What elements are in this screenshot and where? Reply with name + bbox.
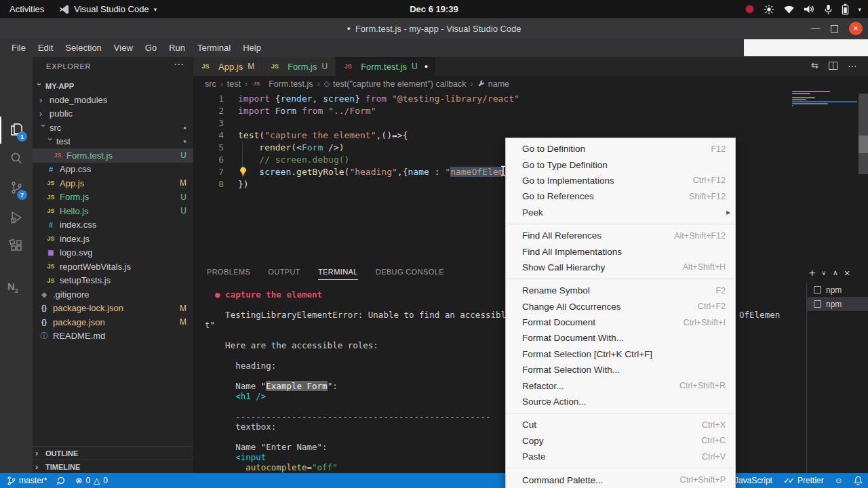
explorer-more-actions-icon[interactable]: ⋯ (174, 58, 184, 70)
tree-root-my-app[interactable]: › MY-APP (33, 79, 193, 93)
panel-tab-terminal[interactable]: TERMINAL (318, 268, 358, 280)
breadcrumb-item-test-capture-the-element-callback[interactable]: ◇test("capture the element") callback (324, 79, 467, 89)
tree-item-index-js[interactable]: JSindex.js (33, 232, 193, 246)
menu-item-label: Peek (522, 207, 726, 218)
tree-item-node-modules[interactable]: ›node_modules (33, 93, 193, 107)
tree-item-app-css[interactable]: #App.css (33, 163, 193, 177)
tree-item-index-css[interactable]: #index.css (33, 218, 193, 232)
formatter-item[interactable]: ✓✓ Prettier (783, 476, 824, 485)
menu-item-find-all-references[interactable]: Find All ReferencesAlt+Shift+F12 (506, 228, 735, 243)
feedback-smiley-icon[interactable]: ☺ (835, 476, 843, 485)
menu-item-refactor[interactable]: Refactor...Ctrl+Shift+R (506, 378, 735, 393)
close-panel-icon[interactable]: × (844, 267, 850, 279)
lightbulb-icon[interactable] (239, 167, 248, 176)
tree-item-hello-js[interactable]: JSHello.jsU (33, 204, 193, 218)
menu-item-peek[interactable]: Peek▸ (506, 205, 735, 220)
clock[interactable]: Dec 6 19:39 (410, 4, 458, 14)
search-icon[interactable] (9, 151, 24, 166)
timeline-section[interactable]: › TIMELINE (33, 460, 193, 473)
tree-item-reportwebvitals-js[interactable]: JSreportWebVitals.js (33, 260, 193, 274)
problems-item[interactable]: ⊗ 0 △ 0 (75, 476, 108, 485)
extensions-icon[interactable] (9, 239, 24, 253)
window-title-bar[interactable]: ● Form.test.js - my-app - Visual Studio … (0, 18, 868, 39)
menu-item-rename-symbol[interactable]: Rename SymbolF2 (506, 283, 735, 298)
split-editor-icon[interactable] (829, 62, 837, 70)
file-icon-svg: ▦ (46, 249, 56, 256)
tree-item-label: test (56, 136, 71, 146)
menubar-item-go[interactable]: Go (139, 41, 163, 55)
menu-item-format-selection-with[interactable]: Format Selection With... (506, 362, 735, 378)
menubar-item-run[interactable]: Run (163, 41, 191, 55)
minimize-button[interactable]: — (811, 25, 820, 32)
tree-item-gitignore[interactable]: ◆.gitignore (33, 287, 193, 302)
tree-item-test[interactable]: ›test● (33, 135, 193, 149)
close-button[interactable]: × (849, 22, 863, 35)
run-debug-icon[interactable] (9, 210, 24, 225)
new-terminal-icon[interactable]: + (809, 268, 815, 278)
tree-item-form-js[interactable]: JSForm.jsU (33, 190, 193, 205)
menu-item-source-action[interactable]: Source Action... (506, 394, 735, 409)
menu-separator (507, 279, 734, 279)
menu-item-format-document[interactable]: Format DocumentCtrl+Shift+I (506, 314, 735, 330)
menu-item-find-all-implementations[interactable]: Find All Implementations (506, 243, 735, 259)
breadcrumb-item-test[interactable]: test (227, 79, 241, 89)
menu-item-go-to-references[interactable]: Go to ReferencesShift+F12 (506, 188, 735, 204)
app-menu[interactable]: Visual Studio Code ▾ (59, 4, 157, 15)
panel-tab-output[interactable]: OUTPUT (268, 268, 300, 280)
menu-item-copy[interactable]: CopyCtrl+C (506, 433, 735, 449)
language-mode-item[interactable]: JavaScript (734, 476, 772, 485)
menu-item-change-all-occurrences[interactable]: Change All OccurrencesCtrl+F2 (506, 299, 735, 314)
minimap[interactable] (792, 91, 834, 107)
breadcrumb-item-form-test-js[interactable]: JSForm.test.js (252, 79, 313, 89)
editor-scrollbar[interactable] (859, 94, 868, 174)
menu-item-paste[interactable]: PasteCtrl+V (506, 449, 735, 464)
menubar-item-view[interactable]: View (108, 41, 139, 55)
menu-item-go-to-definition[interactable]: Go to DefinitionF12 (506, 141, 735, 157)
menu-item-go-to-type-definition[interactable]: Go to Type Definition (506, 157, 735, 172)
panel-tab-problems[interactable]: PROBLEMS (207, 268, 250, 280)
menubar-item-selection[interactable]: Selection (59, 41, 107, 55)
tree-item-package-lock-json[interactable]: {}package-lock.jsonM (33, 302, 193, 316)
tab-form-js[interactable]: JSForm.jsU (262, 57, 336, 76)
open-changes-icon[interactable]: ⇆ (811, 62, 818, 70)
tree-item-logo-svg[interactable]: ▦logo.svg (33, 246, 193, 260)
maximize-panel-icon[interactable]: ∧ (833, 268, 838, 277)
tree-item-form-test-js[interactable]: JSForm.test.jsU (33, 148, 193, 163)
scrollbar-thumb[interactable] (859, 136, 868, 153)
menu-item-go-to-implementations[interactable]: Go to ImplementationsCtrl+F12 (506, 173, 735, 188)
tab-form-test-js[interactable]: JSForm.test.jsU● (336, 57, 436, 76)
activities-button[interactable]: Activities (9, 4, 44, 14)
tree-item-src[interactable]: ›src● (33, 121, 193, 135)
sync-changes-item[interactable] (56, 476, 66, 485)
extension-n2-icon[interactable]: N2 (7, 281, 18, 294)
tab-app-js[interactable]: JSApp.jsM (193, 57, 262, 76)
panel-tab-debug-console[interactable]: DEBUG CONSOLE (376, 268, 444, 280)
system-tray[interactable]: ▾ (745, 0, 861, 18)
tree-item-public[interactable]: ›public (33, 107, 193, 121)
menubar-item-file[interactable]: File (5, 41, 32, 55)
terminal-list-item-npm[interactable]: npm (807, 297, 868, 311)
tree-item-readme-md[interactable]: ⓘREADME.md (33, 329, 193, 344)
menu-item-cut[interactable]: CutCtrl+X (506, 417, 735, 432)
tree-item-package-json[interactable]: {}package.jsonM (33, 315, 193, 329)
terminal-list-item-npm[interactable]: npm (807, 283, 868, 297)
menu-item-format-selection-ctrl-k-ctrl-f[interactable]: Format Selection [Ctrl+K Ctrl+F] (506, 346, 735, 362)
menubar-item-terminal[interactable]: Terminal (191, 41, 237, 55)
breadcrumb-item-name[interactable]: name (477, 79, 509, 89)
notifications-bell-icon[interactable] (854, 476, 863, 485)
menu-item-show-call-hierarchy[interactable]: Show Call HierarchyAlt+Shift+H (506, 260, 735, 275)
file-icon-js-test: JS (252, 81, 261, 87)
tree-item-setuptests-js[interactable]: JSsetupTests.js (33, 274, 193, 288)
git-branch-item[interactable]: master* (7, 476, 47, 486)
tree-item-app-js[interactable]: JSApp.jsM (33, 176, 193, 190)
editor-more-actions-icon[interactable]: ⋯ (848, 62, 857, 69)
menu-item-command-palette[interactable]: Command Palette...Ctrl+Shift+P (506, 472, 735, 487)
menu-item-label: Format Selection With... (522, 365, 726, 375)
breadcrumb-item-src[interactable]: src (205, 79, 216, 89)
restore-button[interactable] (831, 25, 838, 33)
terminal-dropdown-icon[interactable]: ∨ (821, 269, 826, 277)
menubar-item-help[interactable]: Help (237, 41, 267, 55)
menubar-item-edit[interactable]: Edit (32, 41, 59, 55)
menu-item-format-document-with[interactable]: Format Document With... (506, 330, 735, 346)
outline-section[interactable]: › OUTLINE (33, 446, 193, 460)
